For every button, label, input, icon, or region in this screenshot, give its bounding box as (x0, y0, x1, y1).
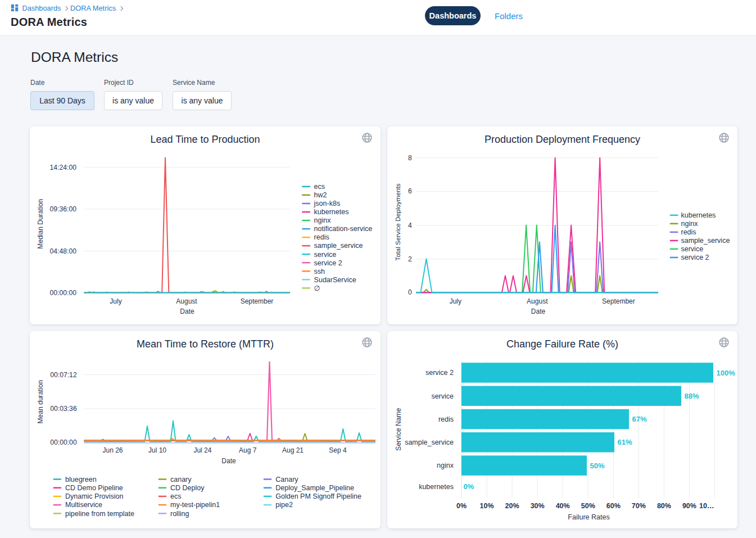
svg-text:20%: 20% (505, 502, 519, 510)
svg-text:60%: 60% (606, 502, 621, 510)
svg-text:bluegreen: bluegreen (65, 476, 97, 483)
svg-text:10%: 10% (480, 502, 494, 510)
svg-text:redis: redis (314, 233, 329, 241)
svg-text:Jul 24: Jul 24 (193, 446, 211, 454)
svg-text:Sep 4: Sep 4 (329, 446, 347, 454)
svg-text:service 2: service 2 (314, 259, 342, 267)
svg-text:88%: 88% (685, 392, 699, 400)
svg-text:Date: Date (180, 308, 194, 315)
svg-text:Canary: Canary (275, 476, 298, 483)
svg-text:Deploy_Sample_Pipeline: Deploy_Sample_Pipeline (275, 484, 354, 492)
svg-text:service 2: service 2 (425, 369, 454, 377)
svg-text:CD Demo Pipeline: CD Demo Pipeline (65, 484, 123, 492)
svg-text:Production Deployment Frequenc: Production Deployment Frequency (485, 134, 640, 145)
svg-text:Service Name: Service Name (395, 408, 402, 450)
svg-text:Mean Time to Restore (MTTR): Mean Time to Restore (MTTR) (137, 338, 274, 350)
svg-text:canary: canary (170, 476, 192, 483)
svg-text:service: service (681, 245, 704, 253)
svg-text:August: August (527, 297, 548, 305)
svg-text:SudarService: SudarService (314, 276, 356, 284)
svg-text:90%: 90% (682, 502, 696, 510)
svg-text:sample_service: sample_service (405, 438, 454, 446)
svg-text:50%: 50% (581, 502, 595, 510)
svg-text:Multiservice: Multiservice (65, 501, 102, 509)
svg-text:September: September (241, 297, 274, 305)
svg-text:notification-service: notification-service (314, 225, 373, 233)
svg-text:July: July (110, 297, 121, 305)
svg-text:8: 8 (408, 154, 412, 162)
svg-text:2: 2 (408, 255, 412, 263)
svg-text:nginx: nginx (681, 220, 699, 228)
svg-text:0: 0 (408, 288, 412, 296)
svg-text:CD Deploy: CD Deploy (170, 484, 205, 492)
svg-text:Date: Date (531, 308, 546, 315)
svg-text:ecs: ecs (314, 183, 325, 191)
svg-text:Total Service Deployments: Total Service Deployments (394, 183, 401, 260)
svg-text:67%: 67% (632, 415, 647, 423)
svg-text:pipe2: pipe2 (275, 501, 293, 509)
svg-text:Date: Date (221, 457, 236, 465)
svg-text:09:36:00: 09:36:00 (50, 205, 77, 213)
svg-text:04:48:00: 04:48:00 (50, 247, 77, 255)
svg-text:Golden PM Signoff Pipeline: Golden PM Signoff Pipeline (275, 492, 361, 500)
svg-text:ecs: ecs (170, 492, 181, 500)
svg-text:00:00:00: 00:00:00 (50, 438, 77, 446)
svg-text:July: July (450, 297, 461, 305)
svg-text:Dynamic Provision: Dynamic Provision (65, 492, 124, 500)
svg-text:nginx: nginx (437, 462, 454, 469)
svg-text:service 2: service 2 (681, 254, 709, 261)
svg-text:Failure Rates: Failure Rates (568, 513, 609, 521)
svg-text:json-k8s: json-k8s (314, 200, 341, 207)
svg-text:70%: 70% (632, 502, 646, 510)
svg-text:4: 4 (408, 221, 412, 229)
svg-text:nginx: nginx (314, 216, 332, 224)
svg-text:September: September (602, 297, 635, 305)
svg-text:00:00:00: 00:00:00 (50, 289, 77, 297)
svg-text:service: service (431, 392, 454, 400)
svg-text:sample_service: sample_service (314, 242, 363, 250)
svg-text:Median Duration: Median Duration (37, 199, 44, 249)
svg-text:00:03:36: 00:03:36 (50, 405, 77, 413)
svg-text:Change Failure Rate (%): Change Failure Rate (%) (506, 338, 618, 350)
svg-text:0%: 0% (456, 502, 467, 510)
svg-text:10…: 10… (699, 502, 714, 510)
svg-text:my-test-pipelin1: my-test-pipelin1 (170, 501, 220, 509)
svg-text:rolling: rolling (170, 510, 189, 518)
svg-text:80%: 80% (657, 502, 671, 510)
svg-text:service: service (314, 251, 337, 259)
svg-text:Lead Time to Production: Lead Time to Production (150, 134, 260, 145)
svg-text:sample_service: sample_service (681, 237, 730, 245)
svg-text:50%: 50% (590, 462, 605, 470)
svg-text:14:24:00: 14:24:00 (50, 164, 77, 171)
svg-text:∅: ∅ (314, 284, 320, 292)
svg-text:Aug 21: Aug 21 (282, 446, 304, 454)
svg-text:kubernetes: kubernetes (419, 483, 454, 491)
svg-text:redis: redis (681, 228, 696, 236)
svg-text:0%: 0% (464, 482, 474, 491)
svg-text:pipeline from template: pipeline from template (65, 510, 134, 518)
svg-text:redis: redis (438, 415, 454, 423)
svg-text:Jun 26: Jun 26 (102, 446, 123, 454)
svg-text:6: 6 (408, 187, 412, 195)
svg-text:kubernetes: kubernetes (681, 211, 716, 219)
svg-text:kubernetes: kubernetes (314, 208, 349, 216)
svg-text:Mean duration: Mean duration (37, 380, 45, 423)
svg-text:August: August (176, 297, 197, 305)
svg-text:ssh: ssh (314, 268, 325, 275)
svg-text:30%: 30% (531, 502, 545, 510)
svg-text:100%: 100% (717, 369, 736, 377)
svg-text:hw2: hw2 (314, 191, 327, 199)
svg-text:Jul 10: Jul 10 (148, 446, 166, 454)
svg-text:61%: 61% (618, 438, 632, 446)
svg-text:Aug 7: Aug 7 (239, 446, 257, 454)
svg-text:00:07:12: 00:07:12 (50, 371, 77, 379)
svg-text:40%: 40% (556, 502, 570, 510)
